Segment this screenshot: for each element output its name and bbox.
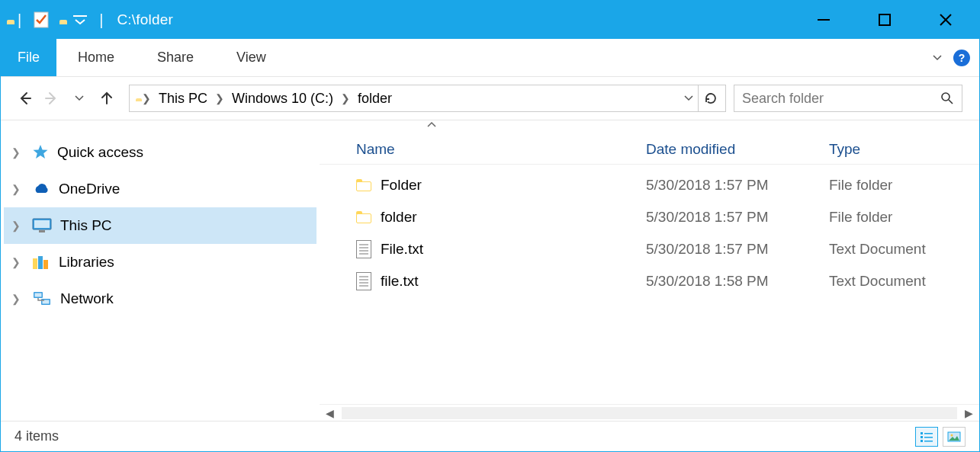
text-file-icon xyxy=(356,272,371,290)
file-type: File folder xyxy=(823,209,979,226)
svg-rect-3 xyxy=(879,14,890,25)
text-file-icon xyxy=(356,240,371,258)
svg-point-4 xyxy=(942,93,949,101)
file-list-pane: Name Date modified Type Folder5/30/2018 … xyxy=(320,120,979,421)
file-date: 5/30/2018 1:58 PM xyxy=(640,273,823,290)
scroll-left-icon[interactable]: ◀ xyxy=(326,407,334,419)
file-date: 5/30/2018 1:57 PM xyxy=(640,241,823,258)
tab-home[interactable]: Home xyxy=(56,39,136,76)
address-bar[interactable]: ❯ This PC ❯ Windows 10 (C:) ❯ folder xyxy=(129,85,726,112)
column-header-name[interactable]: Name xyxy=(350,141,640,158)
file-type: File folder xyxy=(823,177,979,194)
separator: | xyxy=(99,11,103,29)
sidebar-item-network[interactable]: ❯ Network xyxy=(4,280,316,317)
libraries-icon xyxy=(31,254,51,271)
breadcrumb-segment[interactable]: This PC xyxy=(154,91,212,107)
svg-rect-10 xyxy=(38,256,43,269)
chevron-right-icon[interactable]: ❯ xyxy=(11,146,24,159)
file-date: 5/30/2018 1:57 PM xyxy=(640,177,823,194)
qat-customize-icon[interactable] xyxy=(72,14,88,25)
svg-rect-2 xyxy=(818,19,830,21)
horizontal-scrollbar[interactable]: ◀ ▶ xyxy=(320,404,979,421)
svg-rect-19 xyxy=(924,437,933,438)
up-button[interactable] xyxy=(94,85,120,111)
column-headers: Name Date modified Type xyxy=(320,134,979,165)
sidebar-item-quick-access[interactable]: ❯ Quick access xyxy=(4,134,316,171)
file-name: File.txt xyxy=(381,241,423,258)
sidebar-item-label: OneDrive xyxy=(59,181,120,197)
monitor-icon xyxy=(31,217,53,234)
svg-rect-20 xyxy=(921,440,923,442)
chevron-right-icon[interactable]: ❯ xyxy=(338,92,353,104)
address-history-dropdown[interactable] xyxy=(680,95,698,102)
svg-rect-21 xyxy=(924,441,933,442)
recent-locations-button[interactable] xyxy=(66,85,92,111)
file-date: 5/30/2018 1:57 PM xyxy=(640,209,823,226)
svg-rect-17 xyxy=(924,433,933,434)
svg-rect-11 xyxy=(43,260,48,269)
tab-share[interactable]: Share xyxy=(136,39,215,76)
file-type: Text Document xyxy=(823,241,979,258)
minimize-button[interactable] xyxy=(793,1,854,39)
file-name: folder xyxy=(381,209,417,226)
back-button[interactable] xyxy=(11,85,37,111)
refresh-button[interactable] xyxy=(698,85,722,111)
folder-icon xyxy=(356,211,371,223)
scroll-right-icon[interactable]: ▶ xyxy=(965,407,973,419)
ribbon-expand-icon[interactable] xyxy=(926,51,949,65)
search-icon xyxy=(940,91,954,105)
svg-rect-1 xyxy=(73,15,87,17)
file-type: Text Document xyxy=(823,273,979,290)
help-icon[interactable]: ? xyxy=(953,50,970,66)
table-row[interactable]: Folder5/30/2018 1:57 PMFile folder xyxy=(320,169,979,201)
chevron-right-icon[interactable]: ❯ xyxy=(212,92,227,104)
svg-rect-13 xyxy=(35,293,42,297)
window-titlebar: | | C:\folder xyxy=(1,1,979,39)
network-icon xyxy=(31,290,53,307)
svg-rect-8 xyxy=(39,230,45,232)
svg-rect-9 xyxy=(33,258,37,269)
properties-icon[interactable] xyxy=(32,11,50,29)
sidebar-item-label: Quick access xyxy=(57,144,143,161)
sidebar-item-this-pc[interactable]: ❯ This PC xyxy=(4,207,316,244)
status-bar: 4 items xyxy=(1,421,979,451)
file-name: file.txt xyxy=(381,273,419,290)
svg-point-23 xyxy=(951,434,953,436)
table-row[interactable]: folder5/30/2018 1:57 PMFile folder xyxy=(320,201,979,233)
sidebar-item-label: This PC xyxy=(60,217,112,234)
sidebar-item-label: Network xyxy=(60,290,114,307)
maximize-button[interactable] xyxy=(854,1,915,39)
chevron-right-icon[interactable]: ❯ xyxy=(11,220,24,232)
star-icon xyxy=(31,143,50,162)
svg-rect-7 xyxy=(34,220,50,228)
chevron-right-icon[interactable]: ❯ xyxy=(11,256,24,268)
forward-button[interactable] xyxy=(39,85,65,111)
cloud-icon xyxy=(31,181,51,197)
quick-access-toolbar: | | xyxy=(7,11,104,29)
table-row[interactable]: file.txt5/30/2018 1:58 PMText Document xyxy=(320,265,979,297)
svg-rect-16 xyxy=(921,432,923,434)
status-item-count: 4 items xyxy=(14,428,59,444)
thumbnails-view-button[interactable] xyxy=(943,427,966,447)
folder-icon xyxy=(356,179,371,191)
tab-view[interactable]: View xyxy=(215,39,288,76)
details-view-button[interactable] xyxy=(915,427,938,447)
chevron-right-icon[interactable]: ❯ xyxy=(11,183,24,195)
navigation-bar: ❯ This PC ❯ Windows 10 (C:) ❯ folder Sea… xyxy=(1,77,979,120)
file-name: Folder xyxy=(381,177,422,194)
column-header-type[interactable]: Type xyxy=(823,141,979,158)
table-row[interactable]: File.txt5/30/2018 1:57 PMText Document xyxy=(320,233,979,265)
breadcrumb-segment[interactable]: folder xyxy=(353,91,397,107)
navigation-pane: ❯ Quick access ❯ OneDrive ❯ This PC ❯ xyxy=(1,120,320,421)
svg-rect-18 xyxy=(921,436,923,438)
svg-line-5 xyxy=(949,100,953,104)
ribbon: File Home Share View ? xyxy=(1,39,979,77)
file-tab[interactable]: File xyxy=(1,39,56,76)
close-button[interactable] xyxy=(915,1,976,39)
sidebar-item-onedrive[interactable]: ❯ OneDrive xyxy=(4,171,316,207)
column-header-date[interactable]: Date modified xyxy=(640,141,823,158)
breadcrumb-segment[interactable]: Windows 10 (C:) xyxy=(227,91,338,107)
sidebar-item-libraries[interactable]: ❯ Libraries xyxy=(4,244,316,280)
search-input[interactable]: Search folder xyxy=(734,85,962,112)
chevron-right-icon[interactable]: ❯ xyxy=(11,293,24,305)
